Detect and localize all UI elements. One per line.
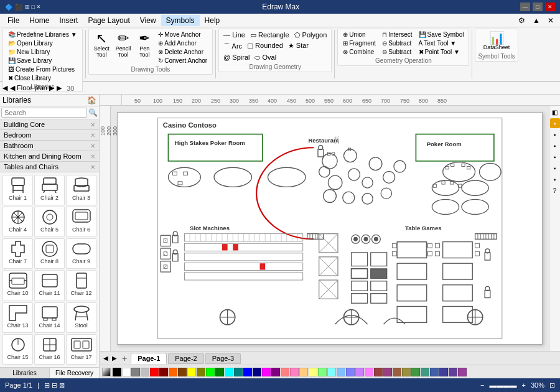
polygon-shape[interactable]: ⬠ Polygon xyxy=(292,30,329,40)
fragment-btn[interactable]: ⊞Fragment xyxy=(340,39,378,47)
right-panel-btn-5[interactable]: ▪ xyxy=(550,152,560,162)
datasheet-btn[interactable]: 📊 DataSheet xyxy=(481,30,513,52)
sidebar-item-chair9[interactable]: Chair 9 xyxy=(66,238,96,269)
pen-tool-btn[interactable]: ✒ PenTool xyxy=(134,30,154,59)
color-swatch-lightyellow[interactable] xyxy=(309,368,317,376)
sidebar-item-chair8[interactable]: Chair 8 xyxy=(34,238,65,269)
sidebar-item-chair15[interactable]: Chair 15 xyxy=(2,334,33,365)
zoom-in-btn[interactable]: + xyxy=(522,381,526,389)
create-from-pictures-btn[interactable]: 🖼 Create From Pictures xyxy=(6,65,80,73)
color-swatch-aqua[interactable] xyxy=(225,368,233,376)
star-shape[interactable]: ★ Star xyxy=(286,41,310,52)
move-anchor-btn[interactable]: ✛ Move Anchor xyxy=(156,30,210,39)
remove-tables-icon[interactable]: ✕ xyxy=(90,164,95,170)
right-panel-btn-4[interactable]: ▪ xyxy=(550,141,560,151)
intersect-btn[interactable]: ⊓Intersect xyxy=(380,30,414,39)
color-swatch-white[interactable] xyxy=(122,368,131,376)
open-library-btn[interactable]: 📂 Open Library xyxy=(6,39,80,47)
sidebar-item-chair12[interactable]: Chair 12 xyxy=(66,270,96,301)
sidebar-item-chair14[interactable]: Chair 14 xyxy=(34,302,65,333)
zoom-out-btn[interactable]: − xyxy=(480,381,484,389)
sidebar-category-kitchen[interactable]: Kitchen and Dining Room ✕ xyxy=(0,151,99,162)
menu-insert[interactable]: Insert xyxy=(54,15,83,26)
right-panel-btn-8[interactable]: ? xyxy=(550,185,560,195)
text-tool-btn[interactable]: AText Tool ▼ xyxy=(416,39,467,47)
color-swatch-darkpurple[interactable] xyxy=(458,368,467,376)
color-swatch-lavender[interactable] xyxy=(355,368,364,376)
color-swatch-lightpink[interactable] xyxy=(365,368,373,376)
sidebar-item-chair13[interactable]: Chair 13 xyxy=(2,302,33,333)
right-panel-btn-7[interactable]: ▪ xyxy=(550,174,560,184)
sidebar-category-building[interactable]: Building Core ✕ xyxy=(0,119,99,130)
convert-anchor-btn[interactable]: ↻ Convert Anchor xyxy=(156,57,210,65)
color-swatch-darkred[interactable] xyxy=(374,368,383,376)
zoom-slider[interactable]: ▬▬▬▬ xyxy=(490,381,517,389)
color-swatch-yellow[interactable] xyxy=(187,368,196,376)
color-swatch-olive[interactable] xyxy=(197,368,205,376)
file-recovery-tab[interactable]: File Recovery xyxy=(50,368,99,378)
search-input[interactable] xyxy=(1,108,87,118)
right-panel-btn-2[interactable]: ▪ xyxy=(550,118,560,128)
right-panel-btn-6[interactable]: ▪ xyxy=(550,163,560,173)
fit-page-btn[interactable]: ⊡ xyxy=(549,381,555,390)
sidebar-item-chair17[interactable]: Chair 17 xyxy=(66,334,96,365)
back-arrow[interactable]: ◀ xyxy=(2,84,7,92)
page-tab-1[interactable]: Page-1 xyxy=(131,353,167,364)
point-tool-btn[interactable]: ✖Point Tool ▼ xyxy=(416,48,467,56)
union-btn[interactable]: ⊕Union xyxy=(340,30,378,39)
remove-bathroom-icon[interactable]: ✕ xyxy=(90,142,95,149)
spiral-shape[interactable]: @ Spiral xyxy=(222,53,251,62)
sidebar-item-chair7[interactable]: Chair 7 xyxy=(2,238,33,269)
sidebar-item-chair4[interactable]: Chair 4 xyxy=(2,207,33,237)
right-panel-btn-3[interactable]: ▪ xyxy=(550,129,560,139)
libraries-tab[interactable]: Libraries xyxy=(0,368,50,378)
menu-home[interactable]: Home xyxy=(24,15,54,26)
color-swatch-medgreen[interactable] xyxy=(411,368,420,376)
color-swatch-black[interactable] xyxy=(113,368,121,376)
restore-btn[interactable]: □ xyxy=(533,2,543,11)
color-swatch-lightcyan[interactable] xyxy=(327,368,336,376)
settings-icon[interactable]: ⚙ xyxy=(515,16,529,25)
color-swatch-sienna[interactable] xyxy=(393,368,401,376)
minimize-btn[interactable]: — xyxy=(520,2,530,11)
add-anchor-btn[interactable]: ⊕ Add Anchor xyxy=(156,39,210,47)
color-swatch-silver[interactable] xyxy=(141,368,149,376)
sidebar-category-tables[interactable]: Tables and Chairs ✕ xyxy=(0,162,99,172)
remove-bedroom-icon[interactable]: ✕ xyxy=(90,132,95,139)
sidebar-item-chair5[interactable]: Chair 5 xyxy=(34,207,65,237)
search-icon[interactable]: 🔍 xyxy=(88,108,98,117)
color-swatch-orange[interactable] xyxy=(169,368,177,376)
color-swatch-medblue[interactable] xyxy=(439,368,448,376)
remove-building-icon[interactable]: ✕ xyxy=(90,121,95,128)
color-swatch-navy[interactable] xyxy=(253,368,261,376)
color-swatch-brown[interactable] xyxy=(178,368,187,376)
page-tab-2[interactable]: Page-2 xyxy=(168,353,203,364)
sidebar-item-chair11[interactable]: Chair 11 xyxy=(34,270,65,301)
sidebar-item-chair3[interactable]: Chair 3 xyxy=(66,175,96,205)
rounded-shape[interactable]: ▢ Rounded xyxy=(245,41,285,52)
subtract-btn[interactable]: ⊖Subtract xyxy=(380,39,414,47)
oval-shape[interactable]: ⬭ Oval xyxy=(253,53,278,62)
color-swatch-maroon[interactable] xyxy=(159,368,168,376)
color-swatch-blue[interactable] xyxy=(243,368,252,376)
color-swatch-steelblue[interactable] xyxy=(430,368,439,376)
color-swatch-red[interactable] xyxy=(150,368,159,376)
save-library-btn[interactable]: 💾 Save Library xyxy=(6,57,80,65)
color-swatch-gray[interactable] xyxy=(131,368,140,376)
color-swatch-fuchsia[interactable] xyxy=(262,368,271,376)
new-library-btn[interactable]: 📁 New Library xyxy=(6,48,80,56)
color-swatch-lightgreen[interactable] xyxy=(318,368,327,376)
sidebar-item-chair1[interactable]: Chair 1 xyxy=(2,175,33,205)
tab-scroll-left[interactable]: ◀ xyxy=(102,355,110,362)
color-swatch-teal[interactable] xyxy=(234,368,243,376)
close-icon[interactable]: ✕ xyxy=(544,16,558,25)
menu-symbols[interactable]: Symbols xyxy=(161,15,200,26)
menu-help[interactable]: Help xyxy=(200,15,225,26)
sidebar-item-stool[interactable]: Stool xyxy=(66,302,96,333)
tab-scroll-right[interactable]: ▶ xyxy=(111,355,118,362)
tab-add-btn[interactable]: + xyxy=(119,353,129,363)
sidebar-item-chair16[interactable]: Chair 16 xyxy=(34,334,65,365)
rectangle-shape[interactable]: ▭ Rectangle xyxy=(248,30,291,40)
floor-plan-canvas[interactable]: Casino Contoso High Stakes Poker Room Re… xyxy=(117,112,543,345)
color-swatch-pink[interactable] xyxy=(281,368,289,376)
